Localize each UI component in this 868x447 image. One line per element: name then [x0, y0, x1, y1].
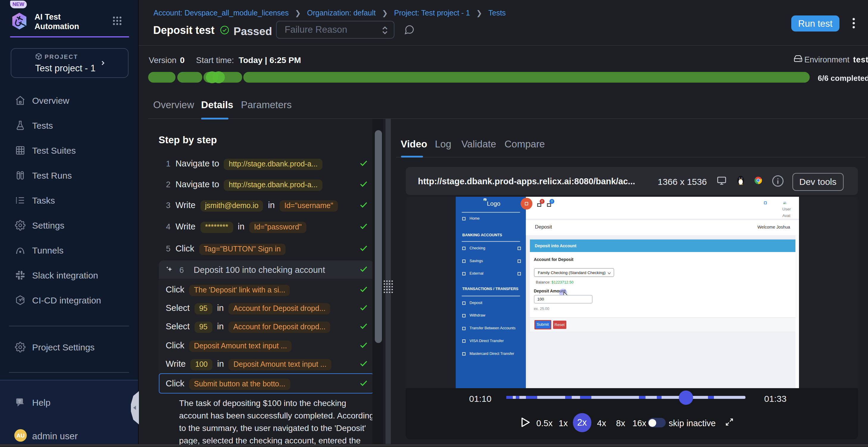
- svg-text:?: ?: [18, 398, 21, 403]
